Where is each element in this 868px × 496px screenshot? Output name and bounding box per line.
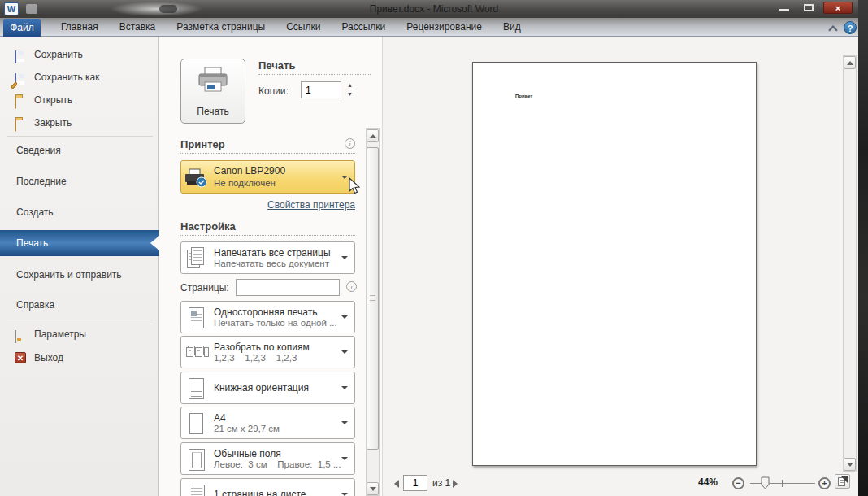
collated-copies-icon — [186, 341, 209, 365]
ribbon-tab-row: Файл Главная Вставка Разметка страницы С… — [0, 18, 868, 37]
sidebar-item-exit[interactable]: ✕ Выход — [0, 350, 159, 366]
collate-dropdown[interactable]: Разобрать по копиям 1,2,3 1,2,3 1,2,3 — [180, 336, 355, 368]
print-range-dropdown[interactable]: Напечатать все страницы Напечатать весь … — [180, 241, 355, 274]
scroll-up-button[interactable] — [367, 129, 379, 142]
next-page-icon[interactable] — [453, 480, 458, 488]
section-divider — [180, 235, 355, 236]
printer-section-heading: Принтер — [180, 138, 225, 150]
open-folder-icon — [15, 96, 16, 109]
scroll-down-button[interactable] — [367, 482, 379, 495]
minimize-button[interactable] — [774, 2, 796, 14]
pages-range-input[interactable] — [236, 279, 340, 296]
portrait-orientation-icon — [186, 376, 209, 401]
chevron-down-icon — [341, 493, 348, 496]
tab-view[interactable]: Вид — [493, 18, 532, 37]
section-divider — [180, 153, 355, 154]
sidebar-item-help[interactable]: Справка — [0, 297, 159, 313]
active-item-arrow — [150, 236, 159, 250]
sidebar-item-info[interactable]: Сведения — [0, 142, 159, 159]
tab-home[interactable]: Главная — [50, 18, 109, 37]
maximize-button[interactable] — [798, 2, 820, 14]
tab-file[interactable]: Файл — [3, 19, 41, 37]
chevron-down-icon — [341, 421, 348, 424]
chevron-down-icon — [341, 256, 348, 259]
sidebar-item-open[interactable]: Открыть — [0, 92, 159, 108]
copies-spin-down[interactable]: ▼ — [345, 90, 354, 98]
help-button[interactable]: ? — [844, 21, 857, 34]
triangle-up-icon — [370, 134, 376, 138]
print-settings-panel: Печать Печать Копии: ▲ ▼ Принтер i Canon… — [159, 37, 382, 496]
pages-per-sheet-dropdown[interactable]: 1 страница на листе — [180, 478, 355, 496]
tab-references[interactable]: Ссылки — [276, 18, 331, 37]
orientation-dropdown[interactable]: Книжная ориентация — [180, 372, 355, 404]
margins-dropdown[interactable]: Обычные поля Левое: 3 см Правое: 1,5 ... — [180, 442, 355, 475]
printer-status: Не подключен — [214, 178, 276, 188]
title-bar: W Привет.docx - Microsoft Word × — [0, 0, 868, 18]
scroll-down-button[interactable] — [844, 458, 856, 471]
chevron-down-icon — [341, 350, 348, 354]
options-icon — [15, 330, 16, 343]
section-divider — [258, 74, 371, 75]
chevron-up-icon[interactable] — [829, 24, 836, 32]
sidebar-item-options[interactable]: Параметры — [0, 326, 159, 342]
zoom-slider-thumb[interactable] — [761, 476, 770, 489]
sidebar-item-print-active[interactable]: Печать — [0, 230, 159, 256]
paper-size-dropdown[interactable]: A4 21 см x 29,7 см — [180, 407, 355, 439]
tab-page-layout[interactable]: Разметка страницы — [166, 18, 276, 37]
document-page-preview: Привет — [472, 62, 757, 466]
printer-icon — [195, 66, 231, 98]
sidebar-item-save[interactable]: Сохранить — [0, 46, 159, 63]
printer-properties-link[interactable]: Свойства принтера — [180, 199, 355, 211]
sidebar-item-recent[interactable]: Последние — [0, 173, 159, 189]
settings-scrollbar[interactable] — [366, 128, 380, 496]
pages-info-icon: i — [346, 281, 357, 292]
previous-page-icon[interactable] — [394, 480, 399, 488]
current-page-input[interactable] — [403, 475, 427, 491]
sidebar-item-close[interactable]: Закрыть — [0, 115, 159, 131]
printer-info-icon: i — [345, 138, 355, 149]
scroll-up-button[interactable] — [844, 56, 856, 69]
print-button[interactable]: Печать — [180, 59, 245, 124]
pages-per-sheet-icon — [186, 483, 209, 496]
save-icon — [15, 50, 16, 63]
scrollbar-thumb[interactable] — [367, 147, 379, 450]
backstage-view: Сохранить Сохранить как Открыть Закрыть … — [0, 37, 868, 496]
preview-scrollbar[interactable] — [843, 55, 857, 472]
paper-size-icon — [186, 411, 209, 436]
duplex-dropdown[interactable]: Односторонняя печать Печатать только на … — [180, 301, 355, 333]
triangle-up-icon — [847, 61, 853, 65]
chevron-down-icon — [341, 176, 348, 179]
copies-spin-up[interactable]: ▲ — [345, 81, 354, 89]
fit-page-button[interactable] — [835, 474, 850, 489]
minimize-icon — [779, 9, 789, 11]
page-count-label: из 1 — [432, 477, 450, 489]
printer-select-dropdown[interactable]: Canon LBP2900 Не подключен — [180, 160, 355, 194]
save-as-icon — [15, 73, 16, 86]
maximize-icon — [804, 4, 814, 11]
copies-label: Копии: — [258, 85, 289, 97]
sidebar-item-save-as[interactable]: Сохранить как — [0, 69, 159, 85]
sidebar-item-save-and-send[interactable]: Сохранить и отправить — [0, 267, 159, 283]
zoom-in-button[interactable]: + — [818, 477, 831, 489]
tab-mailings[interactable]: Рассылки — [331, 18, 396, 37]
printer-name: Canon LBP2900 — [214, 165, 285, 176]
close-button[interactable]: × — [823, 2, 853, 14]
tab-insert[interactable]: Вставка — [109, 18, 167, 37]
backstage-sidebar: Сохранить Сохранить как Открыть Закрыть … — [0, 37, 159, 496]
sidebar-separator — [7, 136, 153, 137]
zoom-percentage[interactable]: 44% — [698, 476, 718, 488]
zoom-out-button[interactable]: − — [732, 477, 744, 489]
sidebar-item-new[interactable]: Создать — [0, 204, 159, 220]
copies-input[interactable] — [301, 81, 341, 98]
window-title: Привет.docx - Microsoft Word — [0, 3, 868, 15]
mouse-cursor — [348, 177, 361, 195]
printer-status-icon — [184, 168, 209, 189]
one-sided-print-icon — [186, 306, 209, 330]
sidebar-separator — [7, 320, 153, 320]
tab-review[interactable]: Рецензирование — [396, 18, 493, 37]
print-button-label: Печать — [181, 106, 245, 117]
zoom-slider-track[interactable] — [750, 483, 815, 484]
print-section-heading: Печать — [258, 59, 295, 72]
triangle-down-icon — [370, 487, 376, 491]
zoom-100-tick — [782, 480, 783, 487]
